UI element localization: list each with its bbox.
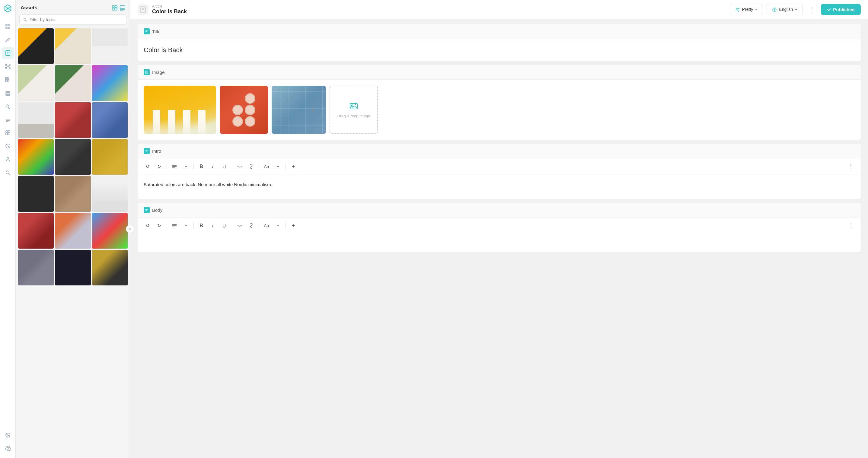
language-button[interactable]: English [767, 4, 803, 15]
body-add-button[interactable]: + [288, 221, 299, 231]
align-button[interactable] [169, 161, 180, 172]
grid-view-icon[interactable] [112, 5, 117, 11]
svg-point-13 [5, 67, 7, 68]
list-item[interactable] [55, 213, 91, 249]
list-item[interactable] [92, 176, 128, 211]
bold-button[interactable]: B [196, 161, 207, 172]
image-grid [16, 28, 130, 286]
text-size-button[interactable]: Aa [261, 161, 272, 172]
body-undo-button[interactable]: ↺ [143, 221, 153, 231]
svg-point-59 [736, 8, 738, 10]
more-options-button[interactable]: ⋮ [806, 4, 817, 15]
list-item[interactable] [55, 176, 91, 211]
body-align-button[interactable] [169, 221, 180, 231]
body-italic-button[interactable]: I [208, 221, 218, 231]
add-button[interactable]: + [288, 161, 299, 172]
list-item[interactable] [55, 139, 91, 175]
list-item[interactable] [92, 139, 128, 175]
image-thumb-3[interactable] [272, 86, 326, 134]
list-item[interactable] [18, 102, 54, 138]
nav-list[interactable] [2, 113, 14, 126]
body-toolbar-more[interactable]: ⋮ [846, 221, 856, 231]
redo-button[interactable]: ↻ [154, 161, 164, 172]
published-button[interactable]: Published [821, 4, 861, 15]
svg-point-45 [7, 448, 9, 449]
list-item[interactable] [18, 65, 54, 101]
body-bold-button[interactable]: B [196, 221, 207, 231]
list-item[interactable] [92, 213, 128, 249]
svg-line-17 [7, 67, 7, 68]
list-item[interactable] [92, 65, 128, 101]
pretty-label: Pretty [742, 7, 753, 12]
nav-search[interactable] [2, 167, 14, 178]
undo-button[interactable]: ↺ [143, 161, 153, 172]
nav-layers[interactable] [2, 87, 14, 99]
drag-drop-label: Drag & drop image [337, 114, 370, 118]
body-toolbar-divider-5 [285, 223, 286, 229]
italic-button[interactable]: I [208, 161, 218, 172]
nav-book[interactable] [2, 47, 14, 59]
assets-view-toggle [112, 5, 125, 11]
body-text-size-button[interactable]: Aa [261, 221, 272, 231]
align-down-button[interactable] [181, 161, 191, 172]
text-size-down-button[interactable] [273, 161, 283, 172]
list-item[interactable] [55, 250, 91, 286]
intro-content[interactable]: Saturated colors are back. No more all w… [137, 175, 861, 199]
logo-icon[interactable] [2, 4, 13, 14]
nav-nodes[interactable] [2, 60, 14, 72]
list-item[interactable] [55, 28, 91, 64]
list-item[interactable] [92, 102, 128, 138]
list-item[interactable] [18, 139, 54, 175]
nav-grid[interactable] [2, 74, 14, 86]
image-row: Drag & drop image [137, 80, 861, 140]
list-item[interactable] [18, 28, 54, 64]
nav-package[interactable] [2, 127, 14, 139]
body-code-button[interactable]: <> [235, 221, 245, 231]
nav-settings[interactable] [2, 442, 14, 454]
list-item[interactable] [18, 250, 54, 286]
svg-rect-33 [6, 131, 7, 132]
toolbar-divider-3 [232, 164, 232, 170]
body-toolbar: ↺ ↻ B I U <> [137, 218, 861, 234]
list-item[interactable] [92, 250, 128, 286]
drag-drop-area[interactable]: Drag & drop image [330, 86, 378, 134]
body-toolbar-divider-3 [232, 223, 232, 229]
code-button[interactable]: <> [235, 161, 245, 172]
svg-rect-3 [8, 27, 10, 29]
image-thumb-2[interactable] [220, 86, 268, 134]
check-icon [827, 7, 831, 12]
search-input[interactable] [30, 17, 123, 22]
body-link-button[interactable] [246, 221, 256, 231]
list-item[interactable] [55, 102, 91, 138]
search-box[interactable] [19, 14, 126, 25]
body-align-down-button[interactable] [181, 221, 191, 231]
image-view-icon[interactable] [120, 5, 125, 11]
article-meta: Article Color is Back [152, 4, 187, 15]
svg-point-14 [9, 67, 10, 68]
title-content[interactable]: Color is Back [137, 39, 861, 61]
nav-translate[interactable] [2, 429, 14, 441]
image-thumb-1[interactable] [144, 86, 216, 134]
list-item[interactable] [55, 65, 91, 101]
list-item[interactable] [18, 176, 54, 211]
collapse-panel-button[interactable] [126, 225, 134, 233]
link-button[interactable] [246, 161, 256, 172]
nav-chart[interactable] [2, 140, 14, 152]
body-text-size-down-button[interactable] [273, 221, 283, 231]
intro-toolbar-more[interactable]: ⋮ [846, 161, 856, 172]
body-toolbar-divider-4 [259, 223, 259, 229]
nav-eyedropper[interactable] [2, 34, 14, 46]
svg-line-54 [26, 20, 27, 22]
body-section-label: Body [137, 203, 861, 218]
nav-person[interactable] [2, 153, 14, 165]
toolbar-divider-4 [259, 164, 259, 170]
list-item[interactable] [92, 28, 128, 64]
underline-button[interactable]: U [219, 161, 229, 172]
nav-dashboard[interactable] [2, 21, 14, 33]
pretty-button[interactable]: Pretty [730, 4, 763, 15]
list-item[interactable] [18, 213, 54, 249]
body-content[interactable] [137, 234, 861, 252]
body-redo-button[interactable]: ↻ [154, 221, 164, 231]
nav-brush[interactable] [2, 100, 14, 112]
body-underline-button[interactable]: U [219, 221, 229, 231]
